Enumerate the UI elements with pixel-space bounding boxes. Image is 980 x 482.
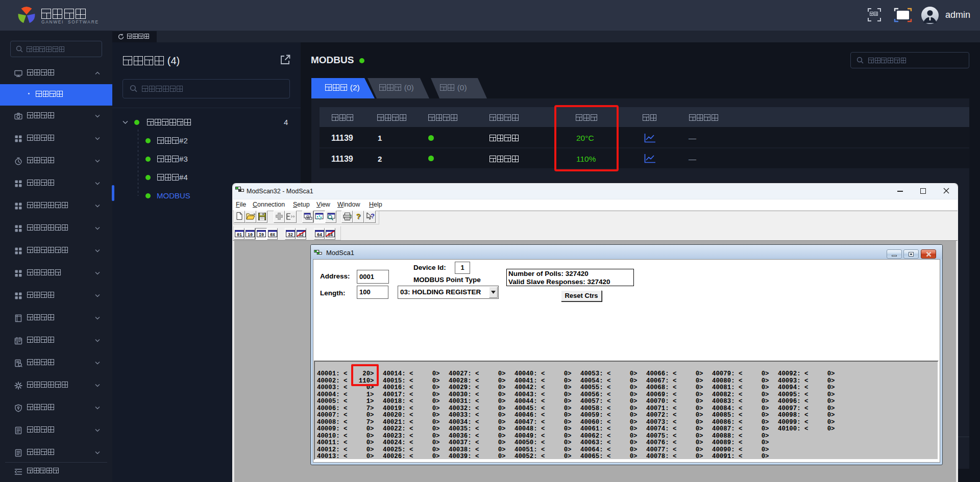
svg-text:I0: I0 [258,232,263,237]
svg-text:0X: 0X [270,232,275,237]
svg-text:64: 64 [316,232,322,237]
svg-text:32: 32 [287,232,292,237]
svg-text:10: 10 [247,232,252,237]
svg-text:?: ? [371,212,375,220]
svg-text:01: 01 [236,232,241,237]
